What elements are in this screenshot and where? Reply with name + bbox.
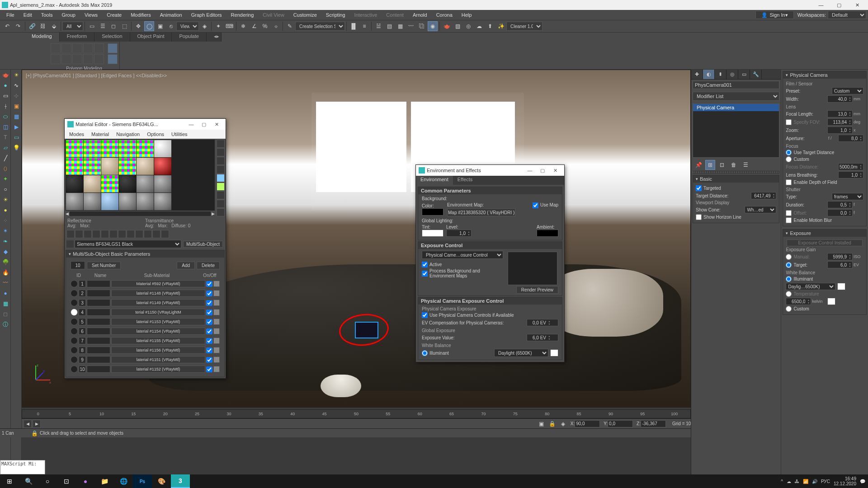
tray-chevron-icon[interactable]: ^: [781, 479, 783, 484]
move-button[interactable]: ✥: [133, 21, 143, 31]
make-unique-button[interactable]: ⊡: [717, 160, 727, 170]
menu-arnold[interactable]: Arnold: [408, 11, 432, 19]
workspace-select[interactable]: Default: [828, 11, 866, 19]
material-swatch[interactable]: [71, 337, 78, 344]
spinner-snap-button[interactable]: ⟐: [271, 21, 281, 31]
menu-interactive[interactable]: Interactive: [350, 11, 382, 19]
render-frame-button[interactable]: ▧: [453, 21, 462, 31]
matedit-menu-modes[interactable]: Modes: [66, 131, 88, 137]
minimize-button[interactable]: —: [812, 0, 830, 10]
use-center-button[interactable]: ◈: [199, 21, 209, 31]
submaterial-button[interactable]: laterial #1152 (VRayMtl): [111, 366, 205, 373]
manual-radio[interactable]: [786, 254, 792, 260]
row-onoff-check[interactable]: [206, 319, 212, 325]
lock-icon[interactable]: 🔒: [547, 419, 557, 429]
sun-icon[interactable]: ☀: [11, 70, 21, 80]
chrome-icon[interactable]: 🌐: [114, 474, 133, 488]
scale-button[interactable]: ▣: [155, 21, 165, 31]
row-onoff-check[interactable]: [206, 347, 212, 353]
start-button[interactable]: ⊞: [0, 474, 19, 488]
hierarchy-tab[interactable]: ⬍: [715, 70, 726, 79]
use-target-radio[interactable]: [786, 150, 792, 155]
row-id-input[interactable]: [79, 318, 86, 325]
bg-color-well[interactable]: [422, 208, 443, 216]
preview-button[interactable]: [108, 43, 118, 53]
usemap-check[interactable]: [533, 202, 538, 208]
ribbon-tab-freeform[interactable]: Freeform: [60, 33, 95, 42]
material-slot[interactable]: [66, 193, 83, 210]
illuminant-select[interactable]: Daylig…6500K): [786, 283, 835, 290]
matedit-close-button[interactable]: ✕: [210, 122, 223, 127]
material-slot[interactable]: [101, 158, 118, 175]
menu-tools[interactable]: Tools: [37, 11, 57, 19]
menu-corona[interactable]: Corona: [432, 11, 457, 19]
material-slot[interactable]: [154, 193, 171, 210]
refcoord-select[interactable]: View: [176, 22, 199, 31]
object-name-input[interactable]: [693, 81, 779, 89]
select-rect-button[interactable]: ◻: [108, 21, 118, 31]
y-input[interactable]: [608, 420, 633, 427]
material-slot[interactable]: [84, 193, 101, 210]
manipulate-button[interactable]: ✦: [213, 21, 223, 31]
signin-button[interactable]: 👤 Sign In ▾: [755, 11, 793, 19]
focal-spinner[interactable]: ▲▼: [827, 110, 853, 117]
material-slot[interactable]: [66, 140, 83, 157]
row-onoff-check[interactable]: [206, 366, 212, 372]
info-icon[interactable]: ⓘ: [0, 319, 10, 329]
row-name-input[interactable]: [87, 309, 110, 316]
submaterial-button[interactable]: laterial #1156 (VRayMtl): [111, 347, 205, 354]
curve-editor-button[interactable]: 〰: [406, 21, 416, 31]
exposure-type-select[interactable]: Physical Came…osure Control: [422, 251, 503, 259]
row-id-input[interactable]: [79, 290, 86, 297]
env-tab-environment[interactable]: Environment: [416, 176, 453, 185]
utilities-tab[interactable]: 🔧: [750, 70, 762, 79]
duration-spinner[interactable]: ▲▼: [827, 201, 853, 208]
row-name-input[interactable]: [87, 356, 110, 363]
water-icon[interactable]: ●: [0, 288, 10, 298]
material-slot[interactable]: [137, 193, 154, 210]
material-swatch[interactable]: [71, 309, 78, 316]
menu-civilview[interactable]: Civil View: [258, 11, 288, 19]
flame-icon[interactable]: 🔥: [0, 267, 10, 277]
make-copy-button[interactable]: [101, 230, 109, 238]
submaterial-button[interactable]: laterial #1153 (VRayMtl): [111, 318, 205, 325]
ribbon-tab-populate[interactable]: Populate: [172, 33, 206, 42]
ev-comp-spinner[interactable]: ▲▼: [527, 319, 558, 326]
fov-check[interactable]: [786, 119, 792, 125]
mirror-button[interactable]: ▐▌: [349, 21, 359, 31]
modifier2-button[interactable]: [61, 54, 71, 64]
link-button[interactable]: 🔗: [27, 21, 37, 31]
merge-icon[interactable]: ◫: [0, 122, 10, 132]
target-ev-spinner[interactable]: ▲▼: [827, 261, 853, 268]
targeted-check[interactable]: [696, 185, 702, 191]
menu-customize[interactable]: Customize: [289, 11, 321, 19]
scroll-right[interactable]: ▶: [212, 211, 215, 216]
fov-spinner[interactable]: ▲▼: [827, 118, 853, 126]
submat-count-input[interactable]: [71, 261, 85, 269]
material-swatch[interactable]: [71, 318, 78, 325]
material-scrollbar[interactable]: [70, 211, 211, 216]
named-selset-select[interactable]: Create Selection Se: [295, 22, 345, 31]
env-close-button[interactable]: ✕: [549, 168, 561, 174]
spline-icon[interactable]: ∿: [11, 80, 21, 90]
redo-button[interactable]: ↷: [13, 21, 23, 31]
menu-help[interactable]: Help: [457, 11, 476, 19]
select-name-button[interactable]: ☰: [98, 21, 108, 31]
submaterial-button[interactable]: terial #1150 (VRayLightM: [111, 309, 205, 316]
create-tab[interactable]: ✚: [691, 70, 703, 79]
keyboard-button[interactable]: ⌨: [224, 21, 234, 31]
row-name-input[interactable]: [87, 328, 110, 335]
remove-mod-button[interactable]: 🗑: [729, 160, 739, 170]
ribbon-expand[interactable]: ◂▸: [207, 33, 222, 42]
material-swatch[interactable]: [71, 328, 78, 335]
row-id-input[interactable]: [79, 280, 86, 287]
row-id-input[interactable]: [79, 347, 86, 354]
dots-icon[interactable]: ⁘: [0, 216, 10, 225]
motionblur-check[interactable]: [786, 217, 792, 223]
row-name-input[interactable]: [87, 366, 110, 373]
menu-modifiers[interactable]: Modifiers: [126, 11, 156, 19]
rollout-physcam-header[interactable]: Physical Camera: [783, 71, 866, 79]
leaf-icon[interactable]: ❧: [0, 236, 10, 246]
row-id-input[interactable]: [79, 366, 86, 373]
arrows-icon[interactable]: ◈: [558, 419, 568, 429]
